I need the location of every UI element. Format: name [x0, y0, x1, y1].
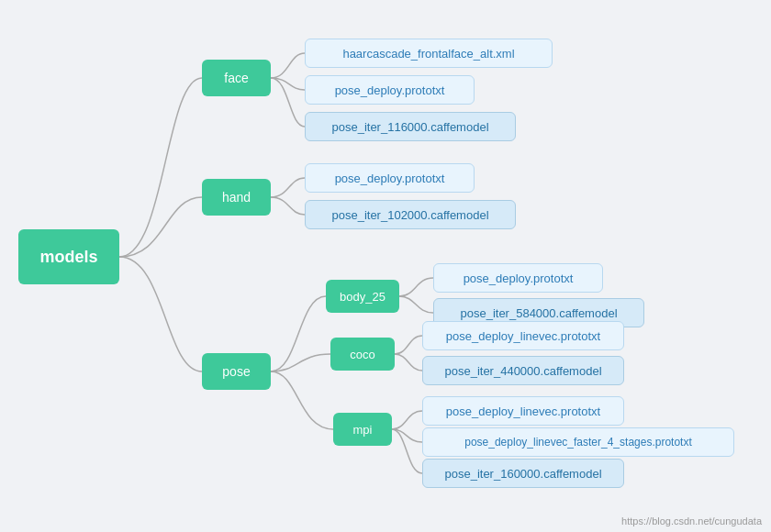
hand-file1: pose_deploy.prototxt — [305, 163, 475, 193]
node-pose[interactable]: pose — [202, 353, 271, 390]
face-file2: pose_deploy.prototxt — [305, 75, 475, 105]
mpi-file2: pose_deploy_linevec_faster_4_stages.prot… — [422, 427, 734, 457]
mpi-file3: pose_iter_160000.caffemodel — [422, 459, 624, 488]
coco-file1: pose_deploy_linevec.prototxt — [422, 321, 624, 350]
node-mpi[interactable]: mpi — [333, 413, 392, 446]
diagram: models face hand pose body_25 coco mpi h… — [0, 0, 771, 532]
node-models[interactable]: models — [18, 229, 119, 284]
node-hand[interactable]: hand — [202, 179, 271, 216]
body25-file1: pose_deploy.prototxt — [433, 263, 603, 293]
face-file3: pose_iter_116000.caffemodel — [305, 112, 516, 141]
face-file1: haarcascade_frontalface_alt.xml — [305, 39, 553, 68]
hand-file2: pose_iter_102000.caffemodel — [305, 200, 516, 229]
mpi-file1: pose_deploy_linevec.prototxt — [422, 396, 624, 426]
node-coco[interactable]: coco — [330, 338, 395, 371]
watermark: https://blog.csdn.net/cungudata — [621, 515, 762, 526]
node-body25[interactable]: body_25 — [326, 280, 399, 313]
node-face[interactable]: face — [202, 60, 271, 96]
coco-file2: pose_iter_440000.caffemodel — [422, 356, 624, 385]
